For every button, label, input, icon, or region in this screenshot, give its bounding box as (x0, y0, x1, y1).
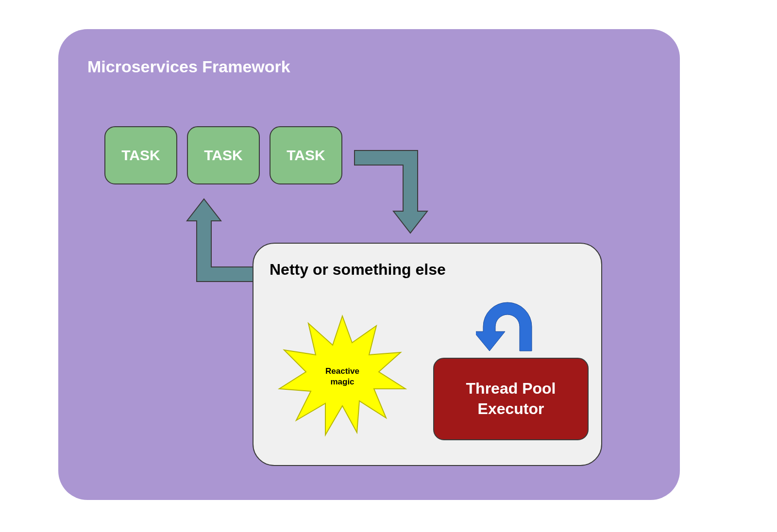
task-box-2: TASK (187, 126, 260, 184)
task-box-3: TASK (270, 126, 342, 184)
framework-container: Microservices Framework TASK TASK TASK N… (58, 29, 680, 500)
netty-title: Netty or something else (270, 261, 446, 279)
task-label-1: TASK (121, 147, 160, 164)
starburst-label: Reactive magic (325, 366, 359, 387)
thread-pool-box: Thread Pool Executor (433, 358, 589, 440)
arrow-netty-to-tasks-icon (160, 197, 267, 294)
framework-title: Microservices Framework (87, 57, 290, 76)
arrow-self-loop-icon (476, 295, 563, 363)
arrow-tasks-to-netty-icon (350, 143, 456, 240)
task-box-1: TASK (104, 126, 177, 184)
starburst-container: Reactive magic (274, 309, 410, 445)
thread-pool-label: Thread Pool Executor (466, 379, 556, 419)
task-label-3: TASK (287, 147, 325, 164)
task-label-2: TASK (204, 147, 242, 164)
